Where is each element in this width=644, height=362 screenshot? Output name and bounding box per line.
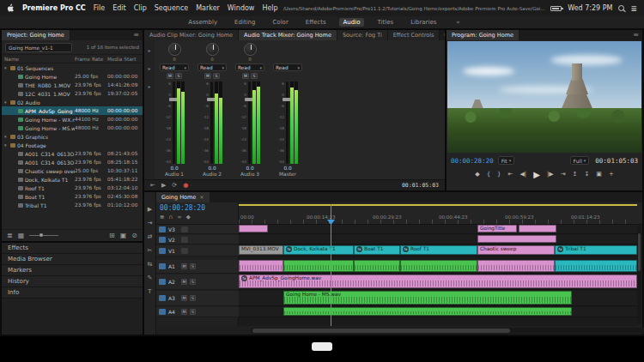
timeline-clip[interactable]	[239, 260, 283, 272]
step-forward-icon[interactable]: |▶	[547, 171, 554, 178]
timeline-clip[interactable]	[477, 260, 555, 272]
record-icon[interactable]: ●	[183, 182, 188, 189]
timeline-clip[interactable]: fxAPM_AdvSp_GoingHome.wav	[239, 275, 637, 288]
track-output-toggle[interactable]	[181, 248, 188, 254]
bin-selector[interactable]: Going Home_v1-1	[5, 43, 72, 52]
project-row[interactable]: Going Home - WX.mp344100 Hz00:00:00:00	[2, 115, 143, 124]
column-header-media-start[interactable]: Media Start	[107, 57, 145, 62]
track-lane-v1[interactable]: MVI_0313.MOVfxDock, Kolkata T1fxBoat T1f…	[239, 245, 637, 256]
tab-source-fog-ti[interactable]: Source: Fog Ti	[337, 30, 388, 40]
track-solo-button[interactable]: S	[190, 309, 196, 315]
volume-fader[interactable]	[173, 81, 175, 164]
loop-icon[interactable]: ⟳	[172, 182, 177, 189]
razor-tool-icon[interactable]: ✂	[148, 247, 153, 254]
vertical-scrollbar[interactable]	[637, 225, 641, 324]
track-select-tool-icon[interactable]: ⇥	[148, 220, 153, 226]
notification-center-icon[interactable]: ≣	[630, 4, 637, 13]
project-row[interactable]: Going Home - MS.wav48000 Hz00:00:00:00	[2, 124, 143, 132]
track-target-toggle[interactable]	[159, 279, 166, 285]
pen-tool-icon[interactable]: ✎	[148, 275, 153, 281]
project-row[interactable]: ▾02 Audio	[2, 98, 143, 106]
track-header-v2[interactable]: V2	[156, 235, 239, 244]
timeline-clip[interactable]: Going Home - MS.wav	[283, 291, 572, 305]
close-icon[interactable]: ×	[199, 194, 204, 202]
track-lane-a2[interactable]: fxAPM_AdvSp_GoingHome.wav	[239, 275, 637, 290]
timeline-clip[interactable]: fxDock, Kolkata T1	[283, 245, 354, 255]
timeline-clip[interactable]	[519, 225, 556, 232]
timeline-timecode[interactable]: 00:00:28:20	[160, 204, 238, 212]
zoom-level-select[interactable]: Fit▾	[498, 156, 515, 165]
tab-effect-controls[interactable]: Effect Controls	[388, 30, 440, 40]
solo-button[interactable]: S	[251, 73, 258, 79]
twirl-icon[interactable]: ▾	[4, 134, 9, 139]
timeline-clip[interactable]: fxTribal T1	[555, 245, 637, 255]
solo-button[interactable]: S	[213, 73, 220, 79]
automation-mode-select[interactable]: Read▾	[273, 63, 302, 71]
track-lane-a3[interactable]: Going Home - MS.wav	[239, 291, 637, 306]
timeline-clip[interactable]	[555, 260, 637, 272]
mute-button[interactable]: M	[167, 73, 173, 79]
tab-program[interactable]: Program: Going Home	[447, 30, 519, 40]
tab-project[interactable]: Project: Going Home	[2, 30, 70, 40]
twirl-icon[interactable]: ▸	[148, 83, 150, 89]
workspace-tab-assembly[interactable]: Assembly	[184, 18, 222, 27]
automation-mode-select[interactable]: Read▾	[197, 63, 227, 71]
menu-clip[interactable]: Clip	[134, 4, 147, 12]
timeline-settings-icon[interactable]: ≣	[160, 214, 164, 220]
menu-marker[interactable]: Marker	[196, 4, 220, 12]
timeline-clip[interactable]	[283, 260, 354, 272]
track-solo-button[interactable]: S	[190, 295, 196, 301]
menu-premiere-pro-cc[interactable]: Premiere Pro CC	[22, 4, 86, 12]
twirl-icon[interactable]: ▾	[4, 100, 9, 105]
menu-edit[interactable]: Edit	[112, 4, 126, 12]
track-mute-button[interactable]: M	[181, 263, 187, 269]
button-editor-icon[interactable]: +	[609, 171, 614, 178]
icon-view-icon[interactable]: ▦	[18, 232, 25, 239]
timeline-ruler[interactable]: 00:0000:00:14:2300:00:29:2300:00:44:2300…	[239, 202, 637, 224]
project-row[interactable]: APM_AdvSp_Going Ho...48000 Hz00:00:00:00	[2, 106, 143, 115]
track-header-v3[interactable]: V3	[156, 225, 239, 234]
timeline-clip[interactable]: Chaotic sweep	[477, 245, 555, 255]
project-row[interactable]: 12C_4031_1.MOV23.976 fps19:37:02:05	[2, 89, 143, 98]
track-output-toggle[interactable]	[181, 237, 188, 243]
track-lane-v3[interactable]: GoingTitle	[239, 225, 637, 234]
add-marker-icon[interactable]: ◆	[475, 171, 479, 178]
volume-fader[interactable]	[210, 81, 213, 164]
project-row[interactable]: A001_C314_0613O_00223.976 fps08:25:18:15	[2, 158, 143, 166]
dock-indicator[interactable]	[312, 342, 332, 351]
twirl-icon[interactable]: ▸	[148, 65, 150, 71]
panel-tab-effects[interactable]: Effects	[2, 243, 143, 254]
snap-icon[interactable]: ∩	[168, 214, 173, 220]
automation-mode-select[interactable]: Read▾	[160, 63, 189, 71]
project-row[interactable]: ▾03 Graphics	[2, 132, 143, 141]
timeline-clip[interactable]	[477, 235, 556, 243]
spotlight-icon[interactable]	[618, 5, 624, 11]
tab-audio-track-mixer-going-home[interactable]: Audio Track Mixer: Going Home	[239, 30, 337, 40]
extract-icon[interactable]: ↧	[584, 171, 589, 178]
new-item-icon[interactable]: ▣	[120, 232, 127, 239]
work-area-bar[interactable]	[239, 204, 637, 206]
timeline-clip[interactable]: fxBoat T1	[354, 245, 400, 255]
track-mute-button[interactable]: M	[181, 295, 187, 301]
panel-menu-icon[interactable]: ≡	[629, 30, 642, 40]
panel-tab-history[interactable]: History	[2, 276, 143, 287]
panel-menu-icon[interactable]: ≡	[130, 30, 143, 40]
delete-icon[interactable]: ⊘	[131, 232, 137, 239]
track-header-a3[interactable]: A3MS	[156, 291, 239, 306]
apple-menu-icon[interactable]	[7, 3, 15, 14]
slip-tool-icon[interactable]: ⇆	[148, 261, 153, 268]
project-row[interactable]: Tribal T123.976 fps01:10:12:00	[2, 201, 143, 209]
track-lane-v2[interactable]	[239, 235, 637, 244]
track-target-toggle[interactable]	[159, 295, 166, 301]
scrollbar-thumb[interactable]	[638, 233, 641, 271]
panel-menu-icon[interactable]: ≡	[440, 30, 445, 40]
project-row[interactable]: Dock, Kolkata T123.976 fps05:41:18:22	[2, 175, 143, 184]
menu-window[interactable]: Window	[228, 4, 255, 12]
add-marker-icon[interactable]: ◆	[186, 214, 191, 220]
play-icon[interactable]: ▶	[533, 170, 540, 179]
timeline-clip[interactable]	[354, 260, 400, 272]
track-solo-button[interactable]: S	[190, 263, 196, 269]
twirl-icon[interactable]: ▾	[4, 142, 9, 148]
pan-knob[interactable]	[168, 43, 181, 56]
track-header-v1[interactable]: V1	[156, 245, 239, 256]
